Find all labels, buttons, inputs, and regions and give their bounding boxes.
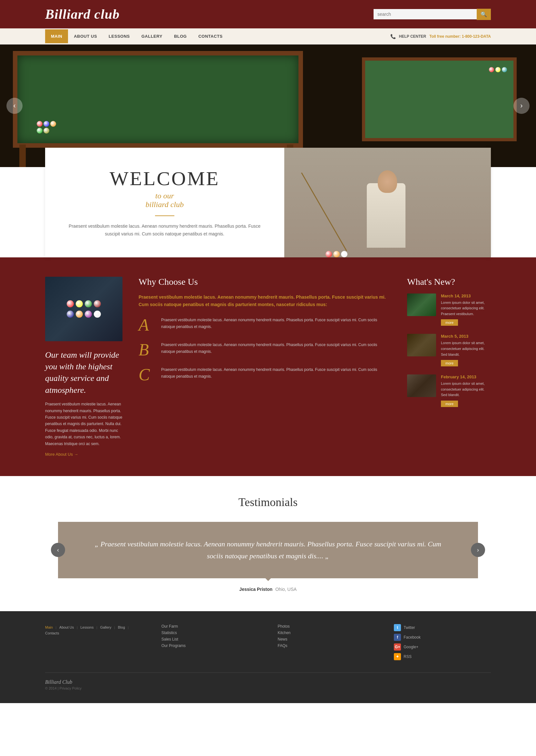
footer-col2-link-3[interactable]: Sales List xyxy=(161,637,258,641)
why-item-a: A Praesent vestibulum molestie lacus. Ae… xyxy=(139,317,391,334)
news-item-3: February 14, 2013 Lorem ipsum dolor sit … xyxy=(407,375,491,407)
search-button[interactable]: 🔍 xyxy=(477,9,491,20)
player-torso xyxy=(367,183,405,248)
footer: Main | About Us | Lessons | Gallery | Bl… xyxy=(0,611,536,703)
testimonial-text: „ Praesent vestibulum molestie lacus. Ae… xyxy=(90,538,446,562)
nav-item-contacts[interactable]: CONTACTS xyxy=(192,29,228,43)
next-icon: › xyxy=(520,102,522,110)
toll-free-text: Toll free number: 1-800-123-DATA xyxy=(429,34,491,39)
nav-item-lessons[interactable]: LESSONS xyxy=(103,29,136,43)
twitter-icon: t xyxy=(394,624,401,631)
news-more-btn-3[interactable]: more xyxy=(441,401,458,407)
footer-col3-link-1[interactable]: Photos xyxy=(278,624,375,629)
help-center-label: HELP CENTER xyxy=(399,34,426,39)
welcome-divider xyxy=(155,215,174,216)
table-leg-1 xyxy=(19,144,26,167)
social-twitter[interactable]: t Twitter xyxy=(394,624,491,631)
why-text-b: Praesent vestibulum molestie lacus. Aene… xyxy=(161,342,391,355)
testimonials-heading: Testimonials xyxy=(45,495,491,509)
social-google[interactable]: G+ Google+ xyxy=(394,643,491,651)
letter-b: B xyxy=(139,342,155,358)
facebook-icon: f xyxy=(394,634,401,641)
author-location: Ohio, USA xyxy=(275,587,296,592)
author-name: Jessica Priston xyxy=(240,587,273,592)
footer-brand-block: Billiard Club © 2014 | Privacy Policy xyxy=(45,679,84,690)
footer-link-lessons[interactable]: Lessons xyxy=(81,626,94,629)
news-item-1: March 14, 2013 Lorem ipsum dolor sit ame… xyxy=(407,294,491,326)
social-facebook[interactable]: f Facebook xyxy=(394,634,491,641)
footer-col2-link-4[interactable]: Our Programs xyxy=(161,643,258,648)
nav-item-about[interactable]: ABOUT US xyxy=(68,29,103,43)
footer-link-gallery[interactable]: Gallery xyxy=(100,626,112,629)
why-choose-col: Why Choose Us Praesent vestibulum molest… xyxy=(139,277,391,457)
welcome-subtitle: to ourbilliard club xyxy=(146,192,184,209)
nav-left: MAIN ABOUT US LESSONS GALLERY BLOG CONTA… xyxy=(45,29,228,43)
social-rss[interactable]: ✦ RSS xyxy=(394,653,491,660)
testimonials-section: Testimonials ‹ „ Praesent vestibulum mol… xyxy=(0,476,536,611)
team-heading: Our team will provide you with the highe… xyxy=(45,349,122,396)
testimonial-next-button[interactable]: › xyxy=(471,543,485,557)
player-table-balls xyxy=(325,251,348,257)
footer-col2-link-1[interactable]: Our Farm xyxy=(161,624,258,629)
hero-next-button[interactable]: › xyxy=(514,98,529,114)
google-icon: G+ xyxy=(394,643,401,651)
footer-col3-link-3[interactable]: News xyxy=(278,637,375,641)
why-choose-heading: Why Choose Us xyxy=(139,277,391,287)
prev-icon: ‹ xyxy=(13,102,16,110)
footer-brand: Billiard Club xyxy=(45,679,84,685)
balls-row-1 xyxy=(67,300,101,307)
nav-item-main[interactable]: MAIN xyxy=(45,29,68,43)
news-content-1: March 14, 2013 Lorem ipsum dolor sit ame… xyxy=(441,294,491,326)
rss-label: RSS xyxy=(404,654,412,659)
footer-top: Main | About Us | Lessons | Gallery | Bl… xyxy=(45,624,491,673)
testimonial-pointer xyxy=(45,578,491,580)
billiard-table-main xyxy=(13,51,303,148)
news-date-3: February 14, 2013 xyxy=(441,375,491,379)
footer-col-2: Our Farm Statistics Sales List Our Progr… xyxy=(161,624,258,663)
header: Billiard club 🔍 xyxy=(0,0,536,28)
whats-new-col: What's New? March 14, 2013 Lorem ipsum d… xyxy=(407,277,491,457)
news-thumb-1 xyxy=(407,294,436,316)
footer-link-about[interactable]: About Us xyxy=(59,626,74,629)
news-more-btn-2[interactable]: more xyxy=(441,360,458,366)
twitter-label: Twitter xyxy=(404,626,415,630)
footer-copyright: © 2014 | Privacy Policy xyxy=(45,686,84,690)
news-text-1: Lorem ipsum dolor sit amet, consectetuer… xyxy=(441,300,491,317)
letter-c: C xyxy=(139,366,155,383)
footer-link-main[interactable]: Main xyxy=(45,626,53,629)
why-item-c: C Praesent vestibulum molestie lacus. Ae… xyxy=(139,366,391,383)
footer-copyright-text: © 2014 | Privacy Policy xyxy=(45,686,82,690)
news-more-btn-1[interactable]: more xyxy=(441,319,458,326)
news-content-3: February 14, 2013 Lorem ipsum dolor sit … xyxy=(441,375,491,407)
pool-balls-left xyxy=(37,121,59,133)
testimonial-author: Jessica Priston Ohio, USA xyxy=(45,587,491,592)
testimonial-next-icon: › xyxy=(477,547,479,554)
news-item-2: March 5, 2013 Lorem ipsum dolor sit amet… xyxy=(407,334,491,366)
nav-item-blog[interactable]: BLOG xyxy=(168,29,193,43)
footer-col3-link-4[interactable]: FAQs xyxy=(278,643,375,648)
welcome-text: WELCOME to ourbilliard club Praesent ves… xyxy=(45,148,284,257)
three-col-layout: Our team will provide you with the highe… xyxy=(45,277,491,457)
footer-link-blog[interactable]: Blog xyxy=(118,626,125,629)
search-input[interactable] xyxy=(374,9,477,19)
news-date-1: March 14, 2013 xyxy=(441,294,491,298)
team-image-inner xyxy=(45,277,122,341)
more-about-link[interactable]: More About Us → xyxy=(45,452,122,457)
footer-col3-link-2[interactable]: Kitchen xyxy=(278,630,375,635)
news-text-3: Lorem ipsum dolor sit amet, consectetuer… xyxy=(441,381,491,398)
letter-a: A xyxy=(139,317,155,334)
team-body: Praesent vestibulum molestie lacus. Aene… xyxy=(45,401,122,447)
google-label: Google+ xyxy=(404,645,419,649)
hero-prev-button[interactable]: ‹ xyxy=(7,98,22,114)
balls-arrangement xyxy=(45,277,122,341)
testimonial-prev-button[interactable]: ‹ xyxy=(51,543,65,557)
why-text-c: Praesent vestibulum molestie lacus. Aene… xyxy=(161,366,391,379)
pool-balls-right xyxy=(489,67,507,72)
toll-free-number: 1-800-123-DATA xyxy=(462,34,491,39)
footer-col2-link-2[interactable]: Statistics xyxy=(161,630,258,635)
footer-link-contacts[interactable]: Contacts xyxy=(45,631,59,635)
news-content-2: March 5, 2013 Lorem ipsum dolor sit amet… xyxy=(441,334,491,366)
nav-item-gallery[interactable]: GALLERY xyxy=(136,29,168,43)
why-item-b: B Praesent vestibulum molestie lacus. Ae… xyxy=(139,342,391,358)
testimonial-box: ‹ „ Praesent vestibulum molestie lacus. … xyxy=(58,522,478,578)
